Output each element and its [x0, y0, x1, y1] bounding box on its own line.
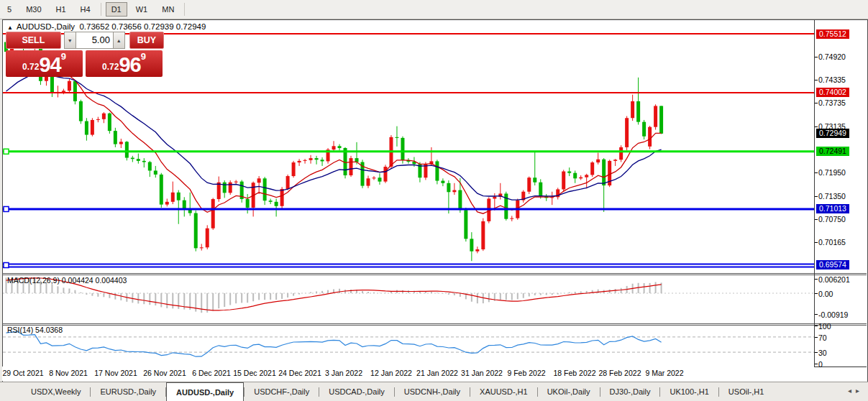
tab-uk100-h1[interactable]: UK100-,H1	[660, 382, 718, 401]
rsi-axis-label: 100	[818, 322, 831, 331]
tab-eurusd-daily[interactable]: EURUSD-,Daily	[91, 382, 165, 401]
buy-price-button[interactable]: 0.72969	[86, 50, 163, 77]
sell-button[interactable]: SELL	[6, 32, 61, 49]
candle-body	[464, 210, 467, 239]
candle-body	[596, 160, 600, 162]
candle-body	[567, 172, 571, 173]
macd-indicator-label: MACD(12,26,9) 0.004424 0.004403	[7, 276, 127, 285]
buy-price-pip: 9	[141, 52, 146, 61]
panel-separator	[2, 325, 867, 326]
tab-usdchf-daily[interactable]: USDCHF-,Daily	[245, 382, 319, 401]
date-label: 29 Oct 2021	[2, 369, 43, 377]
candle-body	[292, 162, 296, 176]
level-drag-handle[interactable]	[4, 206, 9, 211]
candle-body	[395, 137, 398, 138]
candle-body	[642, 122, 646, 137]
date-label: 9 Mar 2022	[645, 369, 683, 377]
candle-body	[211, 199, 215, 229]
candle-body	[85, 121, 88, 135]
candle-body	[590, 162, 594, 175]
buy-button[interactable]: BUY	[129, 32, 164, 49]
price-level-badge: 0.72491	[816, 147, 849, 156]
candle-body	[96, 119, 100, 120]
candle-body	[648, 127, 652, 147]
rsi-tick-mark	[815, 326, 818, 326]
candle-body	[79, 101, 83, 121]
level-drag-handle[interactable]	[4, 262, 9, 267]
price-tick-mark	[815, 242, 818, 243]
macd-tick-mark	[815, 279, 818, 280]
price-tick-label: 0.71350	[818, 192, 846, 200]
rsi-tick-mark	[815, 364, 818, 364]
time-axis[interactable]: 29 Oct 20218 Nov 202117 Nov 202126 Nov 2…	[2, 367, 814, 381]
candle-body	[160, 175, 163, 205]
candle-body	[659, 106, 663, 134]
candle-body	[165, 202, 169, 205]
price-tick-mark	[815, 126, 818, 127]
candle-body	[613, 160, 617, 161]
tab-audusd-daily[interactable]: AUDUSD-,Daily	[166, 382, 244, 401]
tab-scroll-left-icon[interactable]: ◂	[848, 387, 856, 395]
price-tick-mark	[815, 80, 818, 80]
candle-body	[309, 158, 313, 160]
tab-ukoil-daily[interactable]: UKOil-,Daily	[538, 382, 600, 401]
tab-usdcad-daily[interactable]: USDCAD-,Daily	[319, 382, 394, 401]
sell-price-button[interactable]: 0.72949	[6, 50, 83, 77]
candle-body	[510, 218, 513, 219]
date-label: 21 Jan 2022	[416, 369, 458, 377]
tab-xauusd-h1[interactable]: XAUUSD-,H1	[470, 382, 537, 401]
tab-scroll-right-icon[interactable]: ▸	[856, 387, 864, 395]
candle-body	[148, 162, 152, 171]
rsi-line	[6, 332, 662, 357]
level-drag-handle[interactable]	[4, 149, 9, 154]
candle-body	[223, 183, 227, 193]
candle-body	[435, 161, 439, 180]
candle-body	[401, 138, 404, 160]
sell-price-pip: 9	[61, 52, 66, 61]
candle-body	[246, 199, 250, 208]
price-level-badge: 0.72949	[816, 129, 849, 138]
panel-separator[interactable]	[2, 323, 867, 324]
volume-decrease-button[interactable]: ▼	[64, 32, 76, 49]
date-label: 28 Feb 2022	[599, 369, 641, 377]
tab-dj30-daily[interactable]: DJ30-,Daily	[600, 382, 660, 401]
collapse-panel-icon[interactable]: ▲	[7, 24, 13, 31]
candle-body	[372, 178, 375, 178]
tab-usoil-h1[interactable]: USOil-,H1	[719, 382, 774, 401]
date-label: 8 Nov 2021	[49, 369, 88, 377]
tab-usdcnh-daily[interactable]: USDCNH-,Daily	[395, 382, 470, 401]
candle-body	[539, 183, 542, 197]
price-tick-label: 0.70750	[818, 215, 846, 223]
macd-axis-label: 0.00	[818, 290, 833, 298]
trading-terminal: 5M30H1H4D1W1MN ▲AUDUSD-,Daily 0.73652 0.…	[0, 0, 868, 401]
candle-body	[458, 190, 462, 211]
candle-body	[263, 178, 267, 200]
candle-body	[217, 183, 221, 199]
macd-axis-label: 0.006201	[818, 275, 850, 284]
chart-title: ▲AUDUSD-,Daily 0.73652 0.73656 0.72939 0…	[7, 22, 206, 31]
candle-body	[636, 101, 640, 122]
date-label: 12 Jan 2022	[370, 369, 412, 377]
candle-body	[125, 142, 129, 157]
candle-body	[481, 221, 485, 249]
price-tick-label: 0.73735	[818, 98, 846, 107]
candle-body	[200, 247, 204, 248]
candle-body	[585, 175, 588, 177]
price-tick-mark	[815, 172, 818, 173]
candle-body	[194, 213, 198, 249]
volume-input[interactable]: 5.00	[76, 32, 113, 49]
price-level-badge: 0.75512	[816, 29, 849, 39]
tab-usdx-weekly[interactable]: USDX,Weekly	[22, 382, 90, 401]
symbol-period-label: AUDUSD-,Daily	[17, 22, 75, 31]
rsi-tick-mark	[815, 337, 818, 338]
volume-increase-button[interactable]: ▲	[113, 32, 125, 49]
price-tick-label: 0.74335	[818, 75, 846, 84]
date-label: 9 Feb 2022	[507, 369, 545, 377]
macd-tick-mark	[815, 314, 818, 315]
candle-body	[315, 158, 319, 160]
candle-body	[114, 131, 117, 144]
candle-body	[475, 249, 479, 252]
buy-price-prefix: 0.72	[102, 58, 119, 75]
candle-body	[275, 202, 278, 206]
panel-separator[interactable]	[2, 273, 867, 274]
